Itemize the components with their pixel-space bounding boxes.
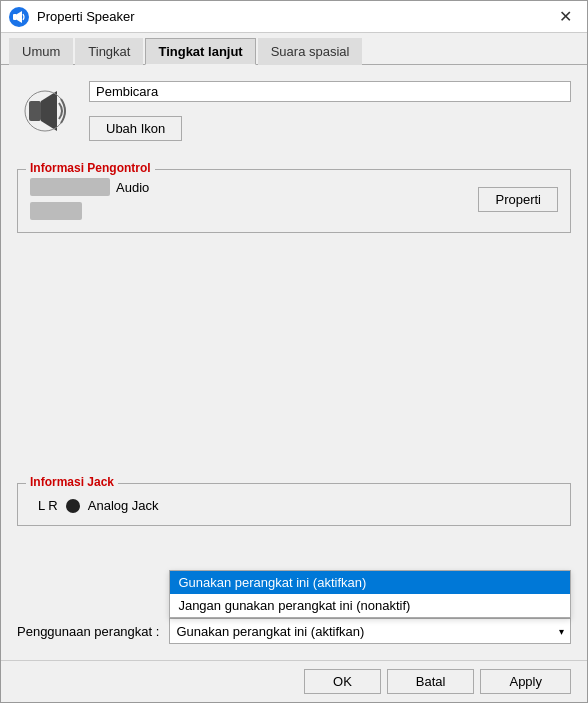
svg-rect-0 [13,14,17,20]
svg-marker-3 [41,91,57,131]
device-name-row: Ubah Ikon [17,81,571,141]
dropdown-current-value: Gunakan perangkat ini (aktifkan) [176,624,364,639]
device-usage-label: Penggunaan perangkat : [17,624,159,639]
controller-left: Audio [30,178,149,220]
jack-lr-label: L R [38,498,58,513]
tab-umum[interactable]: Umum [9,38,73,65]
ok-button[interactable]: OK [304,669,381,694]
window-icon [9,7,29,27]
svg-rect-2 [29,101,41,121]
device-usage-dropdown-popup: Gunakan perangkat ini (aktifkan) Jangan … [169,570,571,618]
controller-info-row: Audio Properti [30,178,558,220]
apply-button[interactable]: Apply [480,669,571,694]
controller-info-label: Informasi Pengontrol [26,161,155,175]
dropdown-option-disable[interactable]: Jangan gunakan perangkat ini (nonaktif) [170,594,570,617]
audio-label-row: Audio [30,178,149,196]
dropdown-arrow-icon: ▾ [559,626,564,637]
tab-tingkat-lanjut[interactable]: Tingkat lanjut [145,38,255,65]
footer-buttons: OK Batal Apply [1,660,587,702]
controller-bar-2 [30,202,82,220]
window-title: Properti Speaker [37,9,551,24]
jack-row: L R Analog Jack [30,498,558,513]
device-usage-dropdown-wrapper: Gunakan perangkat ini (aktifkan) ▾ Gunak… [169,618,571,644]
properti-speaker-window: Properti Speaker ✕ Umum Tingkat Tingkat … [0,0,588,703]
dropdown-option-enable[interactable]: Gunakan perangkat ini (aktifkan) [170,571,570,594]
tab-tingkat[interactable]: Tingkat [75,38,143,65]
jack-info-section: Informasi Jack L R Analog Jack [17,483,571,526]
device-name-input[interactable] [89,81,571,102]
speaker-icon [12,10,26,24]
properties-button[interactable]: Properti [478,187,558,212]
controller-bar-1 [30,178,110,196]
jack-info-label: Informasi Jack [26,475,118,489]
jack-dot-indicator [66,499,80,513]
change-icon-button[interactable]: Ubah Ikon [89,116,182,141]
title-bar: Properti Speaker ✕ [1,1,587,33]
tabs-bar: Umum Tingkat Tingkat lanjut Suara spasia… [1,33,587,65]
device-usage-dropdown[interactable]: Gunakan perangkat ini (aktifkan) ▾ [169,618,571,644]
audio-text: Audio [116,180,149,195]
cancel-button[interactable]: Batal [387,669,475,694]
tab-suara-spasial[interactable]: Suara spasial [258,38,363,65]
device-icon-area [17,83,73,139]
controller-info-section: Informasi Pengontrol Audio Properti [17,169,571,233]
speaker-graphic [21,87,69,135]
middle-spacer [17,233,571,467]
close-button[interactable]: ✕ [551,3,579,31]
device-usage-row: Penggunaan perangkat : Gunakan perangkat… [17,606,571,644]
jack-type-text: Analog Jack [88,498,159,513]
tab-content: Ubah Ikon Informasi Pengontrol Audio Pro… [1,65,587,660]
svg-marker-1 [17,11,22,23]
